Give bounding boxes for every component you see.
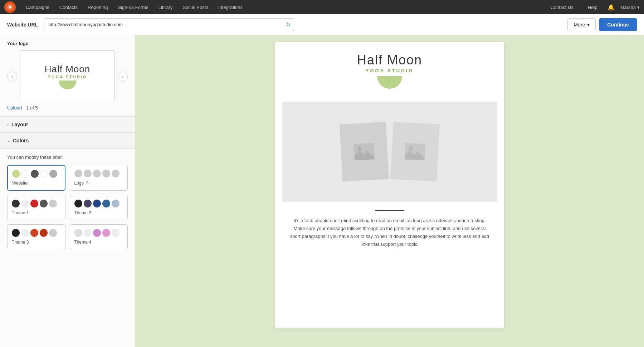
swatch-dot bbox=[84, 170, 92, 177]
swatch-theme4[interactable]: Theme 4 bbox=[70, 224, 128, 249]
swatch-label-theme1: Theme 1 bbox=[12, 210, 61, 215]
swatch-website[interactable]: Website bbox=[7, 165, 65, 191]
layout-section-header[interactable]: › Layout bbox=[0, 117, 135, 133]
url-bar: Website URL ↻ More ▾ Continue bbox=[0, 14, 644, 35]
nav-reporting[interactable]: Reporting bbox=[83, 0, 112, 14]
upload-link[interactable]: Upload bbox=[7, 105, 22, 111]
swatch-dot bbox=[12, 200, 20, 207]
main-layout: Your logo ‹ Half Moon YOGA STUDIO › Uplo… bbox=[0, 35, 644, 347]
swatch-label-theme3: Theme 3 bbox=[12, 240, 61, 245]
swatch-theme2[interactable]: Theme 2 bbox=[70, 195, 128, 220]
nav-contact-us[interactable]: Contact Us bbox=[546, 0, 578, 14]
swatch-dot bbox=[21, 200, 29, 207]
colors-section: ⌄ Colors You can modify these later. bbox=[0, 133, 135, 255]
email-bowl-shape bbox=[377, 76, 402, 89]
swatch-dots-theme1 bbox=[12, 200, 61, 207]
url-actions: More ▾ Continue bbox=[567, 18, 637, 31]
swatch-dot bbox=[112, 229, 119, 237]
bell-icon[interactable]: 🔔 bbox=[608, 4, 615, 11]
carousel-next-button[interactable]: › bbox=[118, 72, 128, 82]
url-input-wrap: ↻ bbox=[44, 18, 294, 31]
swatch-dot bbox=[93, 200, 101, 207]
swatch-label-logo: Logo ↻ bbox=[74, 180, 123, 186]
email-image-placeholder bbox=[282, 102, 497, 202]
swatch-theme1[interactable]: Theme 1 bbox=[7, 195, 65, 220]
chevron-down-icon: ▾ bbox=[587, 22, 590, 28]
placeholder-image-icon bbox=[353, 142, 376, 161]
swatch-dots-website bbox=[12, 170, 60, 178]
logo-section: Your logo ‹ Half Moon YOGA STUDIO › Uplo… bbox=[0, 35, 135, 117]
swatch-dot bbox=[49, 200, 57, 207]
swatch-dot bbox=[74, 200, 82, 207]
nav-campaigns[interactable]: Campaigns bbox=[21, 0, 54, 14]
swatch-dot bbox=[12, 229, 20, 237]
url-input[interactable] bbox=[44, 18, 294, 31]
email-logo-line2: YOGA STUDIO bbox=[289, 68, 490, 73]
swatch-dot bbox=[31, 170, 39, 178]
swatch-dot bbox=[40, 200, 48, 207]
nav-signup-forms[interactable]: Sign-up Forms bbox=[113, 0, 152, 14]
swatch-dot bbox=[49, 170, 57, 178]
url-label: Website URL bbox=[7, 22, 38, 28]
email-preview: Half Moon YOGA STUDIO bbox=[275, 42, 504, 328]
swatch-dot bbox=[49, 229, 57, 237]
swatch-dot bbox=[21, 170, 29, 178]
email-header: Half Moon YOGA STUDIO bbox=[275, 42, 504, 96]
swatch-dot bbox=[112, 200, 119, 207]
right-preview: Half Moon YOGA STUDIO bbox=[135, 35, 644, 347]
carousel-prev-button[interactable]: ‹ bbox=[7, 72, 17, 82]
swatch-dots-theme4 bbox=[74, 229, 123, 237]
app-logo[interactable] bbox=[4, 1, 16, 13]
logo-carousel: ‹ Half Moon YOGA STUDIO › bbox=[7, 50, 128, 102]
swatch-dot bbox=[93, 229, 101, 237]
swatch-label-theme2: Theme 2 bbox=[74, 210, 123, 215]
colors-label: Colors bbox=[13, 138, 29, 143]
email-divider bbox=[375, 210, 404, 211]
swatch-label-website: Website bbox=[12, 181, 60, 186]
logo-actions: Upload 1 of 5 bbox=[7, 105, 128, 111]
chevron-down-icon: ⌄ bbox=[7, 138, 11, 143]
chevron-down-icon: ▾ bbox=[637, 5, 640, 10]
swatch-dot bbox=[21, 229, 29, 237]
refresh-icon[interactable]: ↻ bbox=[286, 21, 291, 28]
swatch-dots-logo bbox=[74, 170, 123, 177]
nav-integrations[interactable]: Integrations bbox=[214, 0, 247, 14]
refresh-icon[interactable]: ↻ bbox=[86, 180, 90, 186]
swatch-dot bbox=[40, 170, 48, 178]
swatch-dot bbox=[12, 170, 20, 178]
colors-body: You can modify these later. Website bbox=[0, 149, 135, 255]
nav-library[interactable]: Library bbox=[154, 0, 177, 14]
continue-button[interactable]: Continue bbox=[599, 18, 637, 31]
swatch-dot bbox=[102, 200, 110, 207]
swatch-logo[interactable]: Logo ↻ bbox=[70, 165, 128, 191]
logo-text-half: Half Moon bbox=[45, 64, 91, 75]
swatch-dot bbox=[30, 200, 38, 207]
user-menu[interactable]: Marsha ▾ bbox=[620, 5, 640, 10]
swatch-dots-theme2 bbox=[74, 200, 123, 207]
colors-section-header[interactable]: ⌄ Colors bbox=[0, 133, 135, 149]
email-logo-line1: Half Moon bbox=[289, 53, 490, 67]
swatch-dot bbox=[40, 229, 48, 237]
nav-help[interactable]: Help bbox=[584, 0, 602, 14]
nav-contacts[interactable]: Contacts bbox=[55, 0, 82, 14]
nav-social-posts[interactable]: Social Posts bbox=[178, 0, 213, 14]
swatches-grid: Website Logo bbox=[7, 165, 128, 249]
swatch-dot bbox=[93, 170, 101, 177]
colors-note: You can modify these later. bbox=[7, 155, 128, 160]
logo-preview-inner: Half Moon YOGA STUDIO bbox=[41, 60, 94, 93]
layout-label: Layout bbox=[11, 122, 28, 127]
logo-preview: Half Moon YOGA STUDIO bbox=[20, 50, 115, 102]
swatch-dot bbox=[84, 200, 92, 207]
swatch-dots-theme3 bbox=[12, 229, 61, 237]
left-panel: Your logo ‹ Half Moon YOGA STUDIO › Uplo… bbox=[0, 35, 135, 347]
chevron-right-icon: › bbox=[7, 122, 9, 127]
swatch-dot bbox=[102, 229, 110, 237]
top-nav: Campaigns Contacts Reporting Sign-up For… bbox=[0, 0, 644, 14]
swatch-theme3[interactable]: Theme 3 bbox=[7, 224, 65, 249]
logo-text-yoga: YOGA STUDIO bbox=[45, 75, 91, 79]
swatch-dot bbox=[30, 229, 38, 237]
logo-bowl-shape bbox=[59, 80, 77, 89]
more-button[interactable]: More ▾ bbox=[567, 18, 596, 31]
placeholder-image-icon bbox=[404, 142, 426, 161]
nav-right: Contact Us Help 🔔 Marsha ▾ bbox=[546, 0, 640, 14]
